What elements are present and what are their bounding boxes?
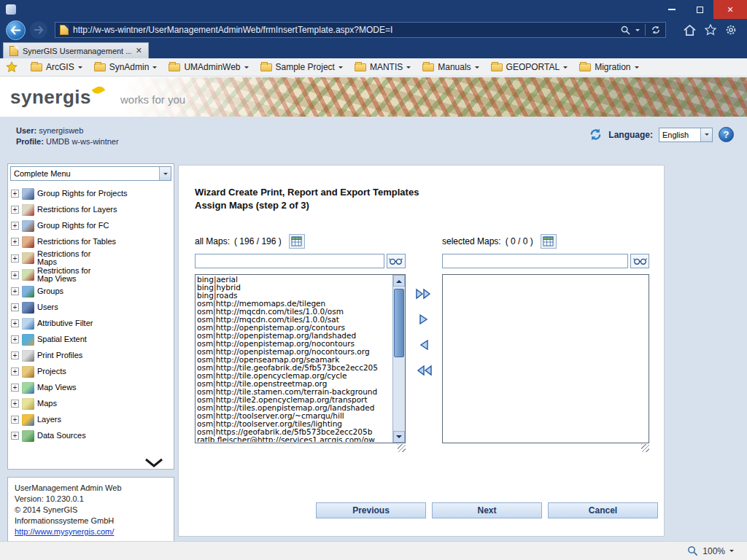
expand-plus-icon[interactable]: [11, 335, 19, 343]
tree-item[interactable]: Users: [11, 300, 172, 316]
favorites-folder-item[interactable]: ArcGIS: [25, 60, 88, 74]
expand-plus-icon[interactable]: [11, 190, 19, 198]
maximize-button[interactable]: [686, 0, 713, 19]
all-maps-filter-button[interactable]: [387, 254, 406, 268]
expand-plus-icon[interactable]: [11, 222, 19, 230]
tree-item[interactable]: Restrictions for Map Views: [11, 267, 172, 284]
tree-item[interactable]: Restrictions for Tables: [11, 234, 172, 250]
tree-item-label: Print Profiles: [37, 351, 82, 359]
move-left-button[interactable]: [413, 336, 435, 354]
expand-plus-icon[interactable]: [11, 384, 19, 392]
tree-item[interactable]: Groups: [11, 284, 172, 300]
tree-item[interactable]: Maps: [11, 396, 172, 412]
help-button[interactable]: ?: [719, 127, 734, 142]
home-icon[interactable]: [684, 25, 696, 36]
footer-website-link[interactable]: http://www.mysynergis.com/: [15, 527, 114, 536]
minimize-icon: [668, 9, 676, 10]
resize-gripper[interactable]: [398, 444, 406, 452]
expand-plus-icon[interactable]: [11, 206, 19, 214]
menu-mode-select[interactable]: Complete Menu: [10, 166, 171, 181]
move-all-right-button[interactable]: [413, 285, 435, 303]
expand-plus-icon[interactable]: [11, 238, 19, 246]
cancel-button[interactable]: Cancel: [548, 502, 658, 518]
all-maps-grid-view-button[interactable]: [289, 234, 305, 249]
selected-maps-listbox[interactable]: [442, 274, 649, 443]
selected-maps-search-input[interactable]: [442, 254, 628, 268]
expand-plus-icon[interactable]: [11, 303, 19, 311]
tree-item[interactable]: Attributive Filter: [11, 316, 172, 332]
tree-item-label: Restrictions for Layers: [37, 206, 117, 214]
tree-item[interactable]: Restrictions for Maps: [11, 250, 172, 267]
tree-item[interactable]: Map Views: [11, 380, 172, 396]
refresh-icon[interactable]: [651, 25, 661, 35]
forward-button[interactable]: [30, 21, 47, 39]
selected-maps-filter-button[interactable]: [630, 254, 649, 268]
tab-close-icon[interactable]: ✕: [136, 47, 142, 55]
tree-item[interactable]: Projects: [11, 364, 172, 380]
favorites-folder-item[interactable]: UMAdminWeb: [163, 60, 254, 74]
tree-item[interactable]: Group Rights for Projects: [11, 186, 172, 202]
add-favorite-star-icon[interactable]: [6, 61, 18, 73]
scrollbar-thumb[interactable]: [394, 289, 404, 357]
all-maps-search-input[interactable]: [195, 254, 384, 268]
dropdown-caret-icon: [475, 66, 479, 71]
previous-button[interactable]: Previous: [316, 502, 426, 518]
favorites-folder-item[interactable]: SynAdmin: [88, 60, 163, 74]
search-icon[interactable]: [621, 26, 630, 35]
expand-plus-icon[interactable]: [11, 319, 19, 327]
tab-synergis-usermanagement[interactable]: SynerGIS Usermanagement ... ✕: [3, 42, 149, 58]
scroll-up-button[interactable]: [393, 275, 405, 287]
scrollbar-track[interactable]: [393, 287, 405, 431]
favorites-folder-item[interactable]: Migration: [573, 60, 644, 74]
language-select[interactable]: English: [659, 128, 713, 142]
refresh-language-icon[interactable]: [589, 128, 603, 141]
move-right-button[interactable]: [413, 311, 435, 328]
footer-copyright: © 2014 SynerGIS: [15, 505, 167, 516]
selected-maps-grid-view-button[interactable]: [541, 234, 557, 249]
tree-item[interactable]: Print Profiles: [11, 348, 172, 364]
zoom-dropdown-caret-icon[interactable]: [729, 550, 734, 554]
wizard-title: Wizard Create Print, Report and Export T…: [195, 186, 649, 199]
expand-plus-icon[interactable]: [11, 368, 19, 376]
search-dropdown-caret-icon[interactable]: [635, 29, 640, 34]
tree-item[interactable]: Data Sources: [11, 428, 172, 444]
all-maps-listbox[interactable]: bing|aerialbing|hybridbing|roadsosm|http…: [195, 274, 406, 443]
tree-item[interactable]: Restrictions for Layers: [11, 202, 172, 218]
window-app-icon: [6, 4, 16, 15]
favorites-folder-item[interactable]: Manuals: [417, 60, 484, 74]
listbox-scrollbar[interactable]: [392, 275, 405, 443]
expand-plus-icon[interactable]: [11, 416, 19, 424]
close-button[interactable]: ×: [713, 0, 747, 19]
settings-gear-icon[interactable]: [725, 24, 737, 36]
footer-app-name: UserManagement Admin Web: [15, 483, 167, 494]
favorites-folder-item[interactable]: MANTIS: [349, 60, 417, 74]
double-arrow-left-icon: [415, 364, 433, 377]
expand-plus-icon[interactable]: [11, 271, 19, 279]
next-button[interactable]: Next: [432, 502, 542, 518]
map-list-item[interactable]: ratlb.fleischer@http://services1.arcgis.…: [196, 436, 392, 442]
expand-plus-icon[interactable]: [11, 287, 19, 295]
zoom-magnifier-icon[interactable]: [687, 545, 698, 556]
move-all-left-button[interactable]: [413, 362, 435, 379]
favorites-folder-item[interactable]: Sample Project: [255, 60, 349, 74]
expand-plus-icon[interactable]: [11, 351, 19, 359]
expand-plus-icon[interactable]: [11, 432, 19, 440]
tree-item[interactable]: Spatial Extent: [11, 332, 172, 348]
url-field[interactable]: http://w-ws-wintner/UserManagementAdminW…: [55, 22, 666, 38]
tree-item-label: Users: [37, 303, 58, 311]
glasses-filter-icon: [389, 257, 403, 265]
minimize-button[interactable]: [658, 0, 686, 19]
tree-item[interactable]: Layers: [11, 412, 172, 428]
favorites-folder-item[interactable]: GEOPORTAL: [485, 60, 574, 74]
scroll-down-button[interactable]: [393, 431, 405, 443]
dropdown-caret-icon: [338, 66, 343, 71]
tree-item[interactable]: Group Rights for FC: [11, 218, 172, 234]
expand-plus-icon[interactable]: [11, 254, 19, 262]
resize-gripper[interactable]: [641, 444, 649, 452]
tree-item-label: Attributive Filter: [37, 319, 93, 327]
back-button[interactable]: [6, 20, 26, 40]
favorites-star-icon[interactable]: [705, 24, 716, 36]
scroll-down-chevron-icon[interactable]: [144, 458, 163, 467]
expand-plus-icon[interactable]: [11, 400, 19, 408]
dropdown-caret-icon: [635, 66, 639, 71]
